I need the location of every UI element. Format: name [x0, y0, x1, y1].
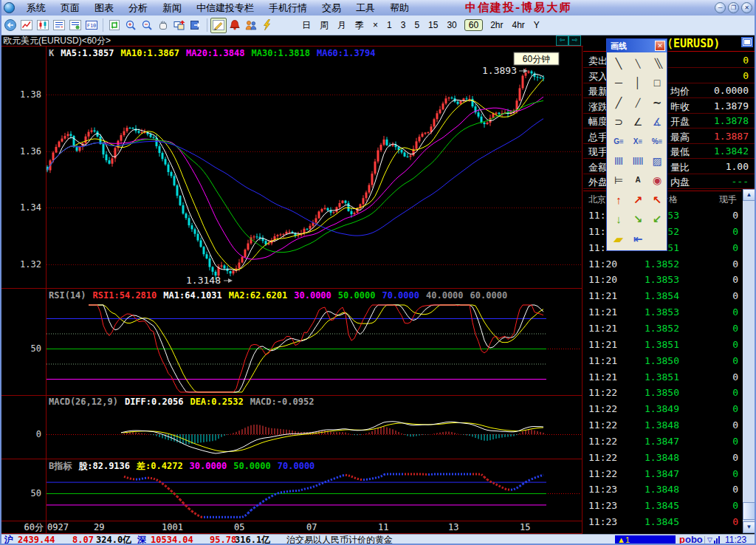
candle-chart-icon[interactable]: [35, 18, 51, 33]
draw-line-icon[interactable]: [210, 18, 227, 33]
svg-text:1.38: 1.38: [20, 89, 41, 100]
vertical-line-icon[interactable]: │: [628, 73, 647, 92]
chart-symbol-bar: 欧元美元(EURUSD)<60分> ⇦ ⇨: [0, 35, 583, 47]
tape-time: 11:23: [588, 484, 617, 495]
text-tool-icon[interactable]: A: [628, 171, 647, 190]
restore-button[interactable]: ❐: [728, 2, 739, 13]
period-60[interactable]: 60: [464, 19, 483, 31]
tape-price: 1.3852: [645, 258, 679, 270]
period-周[interactable]: 周: [320, 19, 329, 32]
quote-value: 0: [743, 55, 749, 66]
quote-label: 涨跌: [588, 100, 608, 114]
tape-time: 11:23: [588, 516, 617, 527]
zoom-in-icon[interactable]: [123, 18, 139, 33]
rsi-header-item-2: MA1:64.1031: [163, 290, 221, 301]
menu-item-工具[interactable]: 工具: [348, 1, 382, 16]
band-lines-icon[interactable]: ⊨: [609, 171, 628, 190]
quick-icon[interactable]: [259, 18, 275, 33]
menu-item-新闻[interactable]: 新闻: [155, 1, 189, 16]
period-5[interactable]: 5: [414, 20, 419, 30]
wave-line-icon[interactable]: ∼: [647, 93, 667, 112]
alarm-icon[interactable]: [227, 18, 243, 33]
menu-item-交易[interactable]: 交易: [315, 1, 348, 16]
refresh-icon[interactable]: [106, 18, 123, 33]
period-15[interactable]: 15: [428, 20, 438, 30]
quote-list-icon[interactable]: [51, 18, 67, 33]
legend-item-3: MA20:1.3848: [186, 48, 244, 58]
period-4hr[interactable]: 4hr: [512, 20, 525, 30]
trend-line-icon[interactable]: ╲: [609, 54, 628, 73]
fibonacci-lines-icon[interactable]: %≡: [647, 132, 667, 151]
minimize-button[interactable]: ─: [715, 2, 726, 13]
scroll-up-icon[interactable]: ▲: [743, 189, 755, 201]
menu-item-页面[interactable]: 页面: [53, 1, 87, 16]
next-chart-icon[interactable]: ⇨: [568, 35, 581, 46]
close-icon[interactable]: ✕: [655, 41, 665, 51]
svg-text:50: 50: [31, 343, 41, 354]
menu-item-分析[interactable]: 分析: [121, 1, 155, 16]
period-季[interactable]: 季: [355, 19, 364, 32]
menu-item-帮助[interactable]: 帮助: [382, 1, 416, 16]
prev-chart-icon[interactable]: ⇦: [556, 35, 568, 46]
close-drawing-icon[interactable]: ⇤: [628, 230, 647, 249]
cycle-circle-icon[interactable]: ◉: [647, 171, 667, 190]
line-chart-icon[interactable]: [18, 18, 35, 33]
arrow-se-icon[interactable]: ↘: [628, 210, 647, 229]
menu-item-系统[interactable]: 系统: [19, 1, 53, 16]
arrow-ne-icon[interactable]: ↗: [628, 191, 647, 210]
symbol-title: 欧元美元(EURUSD)<60分>: [3, 35, 111, 46]
segment-icon[interactable]: ╱: [628, 93, 647, 112]
rsi-header-item-5: 50.0000: [338, 290, 376, 301]
scrollbar[interactable]: ▲ ▼: [743, 189, 755, 533]
period-Y[interactable]: Y: [534, 20, 540, 30]
tape-price: 1.3848: [645, 484, 679, 495]
scroll-down-icon[interactable]: ▼: [743, 521, 755, 533]
period-×[interactable]: ×: [373, 20, 378, 30]
period-1[interactable]: 1: [387, 20, 392, 30]
tape-time: 11:20: [588, 258, 617, 270]
channel-icon[interactable]: ▨: [647, 151, 667, 171]
ray-line-icon[interactable]: ╲: [628, 54, 647, 73]
menu-item-中信建投专栏[interactable]: 中信建投专栏: [189, 1, 261, 16]
period-30[interactable]: 30: [447, 20, 456, 30]
tape-qty: 0: [732, 339, 738, 350]
cycle-lines-icon[interactable]: |||||: [628, 151, 647, 171]
gann-fan-icon[interactable]: ∡: [647, 112, 667, 131]
users-icon[interactable]: [243, 18, 259, 33]
angle-icon[interactable]: ∠: [628, 112, 647, 131]
horizontal-line-icon[interactable]: ─: [609, 73, 628, 92]
percent-lines-icon[interactable]: X≡: [628, 132, 647, 151]
tape-row: 11:231.38450: [583, 498, 741, 514]
drag-icon[interactable]: [155, 18, 171, 33]
arrow-nw-icon[interactable]: ↖: [647, 191, 667, 210]
drawing-toolbar-window: 画线 ✕ ╲╲╲╲─│□╱╱∼⊃∠∡G≡X≡%≡|||||||||▨⊨A◉↑↗↖…: [606, 38, 667, 251]
period-月[interactable]: 月: [337, 19, 346, 32]
f10-icon[interactable]: F10: [83, 18, 100, 33]
arrow-sw-icon[interactable]: ↙: [647, 210, 667, 229]
zoom-out-icon[interactable]: [139, 18, 155, 33]
back-icon[interactable]: [2, 18, 18, 33]
tape-row: 11:211.38510: [583, 337, 741, 353]
rsi-header-item-0: RSI(14): [49, 290, 86, 301]
period-2hr[interactable]: 2hr: [490, 20, 503, 30]
panel-restore-icon[interactable]: [741, 37, 753, 47]
scroll-thumb[interactable]: [743, 502, 755, 520]
macd-header: MACD(26,12,9)DIFF:0.2056DEA:0.2532MACD:-…: [49, 397, 320, 407]
tape-qty: 0: [732, 258, 738, 270]
period-3[interactable]: 3: [401, 20, 406, 30]
vertical-grid-icon[interactable]: ||||: [609, 151, 628, 171]
rectangle-icon[interactable]: □: [647, 73, 667, 92]
arrow-down-icon[interactable]: ↓: [609, 210, 628, 229]
menu-item-图表[interactable]: 图表: [87, 1, 121, 16]
period-日[interactable]: 日: [302, 19, 311, 32]
arrow-up-icon[interactable]: ↑: [609, 191, 628, 210]
arc-icon[interactable]: ⊃: [609, 112, 628, 131]
menu-item-手机行情[interactable]: 手机行情: [261, 1, 315, 16]
switch-window-icon[interactable]: [171, 18, 188, 33]
close-button[interactable]: ✕: [741, 2, 752, 13]
trend-line-up-icon[interactable]: ╱: [609, 93, 628, 112]
golden-section-icon[interactable]: G≡: [609, 132, 628, 151]
parallel-lines-icon[interactable]: ╲╲: [647, 54, 667, 73]
export-icon[interactable]: [188, 18, 204, 33]
report-icon[interactable]: [67, 18, 83, 33]
